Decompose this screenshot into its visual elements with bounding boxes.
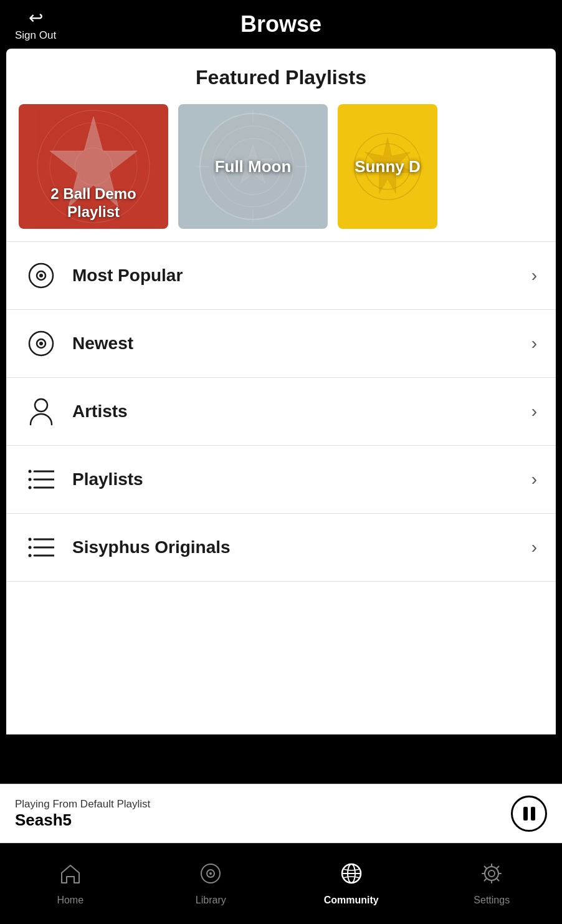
svg-point-27 [29, 470, 32, 473]
tab-library[interactable]: Library [141, 853, 282, 915]
svg-point-19 [39, 274, 43, 277]
pause-button[interactable] [511, 796, 547, 832]
menu-item-artists[interactable]: Artists › [6, 378, 556, 446]
now-playing-from: Playing From Default Playlist [15, 798, 150, 811]
menu-label-sisyphus-originals: Sisyphus Originals [72, 537, 531, 557]
header: ↩ Sign Out Browse [0, 0, 562, 49]
svg-point-38 [209, 872, 212, 875]
playlist-card-sunny-d[interactable]: Sunny D [338, 104, 437, 229]
list-icon-sisyphus [25, 531, 57, 564]
chevron-playlists: › [531, 469, 537, 489]
menu-label-most-popular: Most Popular [72, 266, 531, 286]
svg-point-34 [29, 546, 32, 549]
chevron-newest: › [531, 334, 537, 354]
chevron-most-popular: › [531, 266, 537, 286]
playlist-card-full-moon[interactable]: Full Moon [178, 104, 328, 229]
menu-label-playlists: Playlists [72, 469, 531, 489]
svg-point-42 [488, 870, 495, 877]
menu-section: Most Popular › Newest › A [6, 241, 556, 582]
person-icon-artists [25, 395, 57, 428]
tab-bar: Home Library Community [0, 843, 562, 924]
menu-item-most-popular[interactable]: Most Popular › [6, 242, 556, 310]
globe-icon [340, 862, 363, 891]
svg-point-22 [39, 342, 43, 345]
chevron-artists: › [531, 402, 537, 421]
sign-out-icon: ↩ [29, 7, 43, 28]
svg-point-33 [29, 538, 32, 541]
now-playing-text: Playing From Default Playlist Seash5 [15, 798, 150, 830]
svg-point-43 [485, 867, 498, 880]
featured-title: Featured Playlists [19, 66, 543, 89]
sign-out-button[interactable]: ↩ Sign Out [15, 7, 56, 42]
now-playing-bar: Playing From Default Playlist Seash5 [0, 784, 562, 843]
pause-icon [523, 807, 535, 821]
svg-point-23 [35, 399, 47, 411]
tab-community-label: Community [324, 895, 379, 906]
tab-library-label: Library [196, 895, 226, 906]
tab-settings[interactable]: Settings [422, 853, 563, 915]
svg-point-35 [29, 554, 32, 557]
now-playing-track: Seash5 [15, 811, 150, 830]
menu-item-playlists[interactable]: Playlists › [6, 446, 556, 514]
disc-icon-most-popular [25, 259, 57, 292]
tab-home-label: Home [57, 895, 83, 906]
tab-home[interactable]: Home [0, 853, 141, 915]
sign-out-label: Sign Out [15, 29, 56, 42]
menu-label-artists: Artists [72, 402, 531, 421]
card-label-sunny-d: Sunny D [355, 157, 420, 176]
library-icon [199, 862, 222, 891]
playlist-card-ball-demo[interactable]: 2 Ball Demo Playlist [19, 104, 168, 229]
menu-item-newest[interactable]: Newest › [6, 310, 556, 378]
gear-icon [480, 862, 503, 891]
card-label-ball-demo: 2 Ball Demo Playlist [19, 178, 168, 229]
tab-community[interactable]: Community [281, 853, 422, 915]
tab-settings-label: Settings [474, 895, 510, 906]
list-icon-playlists [25, 463, 57, 496]
main-content: Featured Playlists 2 Ball Demo Playlist [6, 49, 556, 734]
menu-item-sisyphus-originals[interactable]: Sisyphus Originals › [6, 514, 556, 582]
playlist-cards: 2 Ball Demo Playlist Full Moon [19, 104, 543, 229]
featured-section: Featured Playlists 2 Ball Demo Playlist [6, 49, 556, 241]
menu-label-newest: Newest [72, 334, 531, 354]
page-title: Browse [241, 11, 321, 37]
svg-point-28 [29, 478, 32, 481]
chevron-sisyphus-originals: › [531, 537, 537, 557]
svg-point-29 [29, 486, 32, 489]
disc-icon-newest [25, 327, 57, 360]
home-icon [59, 862, 82, 891]
card-label-full-moon: Full Moon [215, 157, 292, 176]
